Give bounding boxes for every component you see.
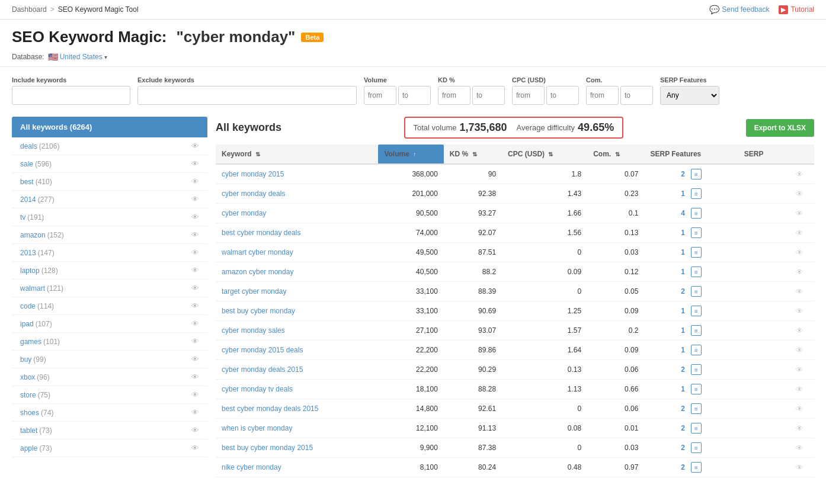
keyword-link[interactable]: best buy cyber monday 2015 <box>222 444 313 452</box>
serp-list-icon[interactable]: ≡ <box>691 188 702 199</box>
keyword-link[interactable]: cyber monday 2015 deals <box>222 346 303 354</box>
serp-count[interactable]: 2 <box>681 463 685 471</box>
include-keywords-input[interactable] <box>12 86 130 105</box>
row-eye-icon[interactable]: 👁 <box>796 346 803 355</box>
row-eye-icon[interactable]: 👁 <box>796 287 803 296</box>
row-eye-icon[interactable]: 👁 <box>796 307 803 316</box>
eye-icon[interactable]: 👁 <box>191 408 199 417</box>
eye-icon[interactable]: 👁 <box>191 177 199 186</box>
serp-count[interactable]: 1 <box>681 248 685 256</box>
row-eye-icon[interactable]: 👁 <box>796 463 803 472</box>
th-com[interactable]: Com. ⇅ <box>587 145 644 164</box>
send-feedback-button[interactable]: 💬 Send feedback <box>709 5 769 14</box>
serp-count[interactable]: 1 <box>681 346 685 354</box>
serp-count[interactable]: 1 <box>681 307 685 315</box>
sidebar-item[interactable]: deals (2106) 👁 <box>12 137 207 155</box>
sidebar-item[interactable]: best (410) 👁 <box>12 173 207 191</box>
eye-icon[interactable]: 👁 <box>191 373 199 381</box>
serp-list-icon[interactable]: ≡ <box>691 325 702 336</box>
sidebar-item[interactable]: games (101) 👁 <box>12 333 207 351</box>
serp-count[interactable]: 1 <box>681 268 685 276</box>
serp-count[interactable]: 1 <box>681 229 685 237</box>
row-eye-icon[interactable]: 👁 <box>796 190 803 198</box>
serp-list-icon[interactable]: ≡ <box>691 462 702 473</box>
serp-list-icon[interactable]: ≡ <box>691 247 702 258</box>
database-link[interactable]: 🇺🇸 United States ▾ <box>48 52 107 62</box>
keyword-link[interactable]: target cyber monday <box>222 287 286 296</box>
serp-count[interactable]: 2 <box>681 287 685 296</box>
keyword-link[interactable]: best buy cyber monday <box>222 307 295 315</box>
serp-list-icon[interactable]: ≡ <box>691 227 702 238</box>
keyword-link[interactable]: nike cyber monday <box>222 463 281 471</box>
eye-icon[interactable]: 👁 <box>191 248 199 257</box>
keyword-link[interactable]: cyber monday <box>222 209 266 217</box>
serp-count[interactable]: 4 <box>681 209 685 217</box>
eye-icon[interactable]: 👁 <box>191 444 199 452</box>
keyword-link[interactable]: amazon cyber monday <box>222 268 293 276</box>
serp-count[interactable]: 2 <box>681 365 685 374</box>
row-eye-icon[interactable]: 👁 <box>796 248 803 257</box>
breadcrumb-home[interactable]: Dashboard <box>12 5 47 14</box>
eye-icon[interactable]: 👁 <box>191 230 199 239</box>
row-eye-icon[interactable]: 👁 <box>796 326 803 335</box>
tutorial-button[interactable]: ▶ Tutorial <box>779 5 814 14</box>
serp-list-icon[interactable]: ≡ <box>691 286 702 297</box>
serp-count[interactable]: 2 <box>681 170 685 178</box>
serp-list-icon[interactable]: ≡ <box>691 208 702 219</box>
kd-from-input[interactable] <box>438 86 470 105</box>
sidebar-item[interactable]: code (114) 👁 <box>12 297 207 315</box>
eye-icon[interactable]: 👁 <box>191 213 199 221</box>
serp-list-icon[interactable]: ≡ <box>691 423 702 434</box>
keyword-link[interactable]: cyber monday deals <box>222 190 285 198</box>
row-eye-icon[interactable]: 👁 <box>796 209 803 218</box>
eye-icon[interactable]: 👁 <box>191 301 199 310</box>
keyword-link[interactable]: cyber monday sales <box>222 326 285 335</box>
sidebar-item[interactable]: store (75) 👁 <box>12 386 207 404</box>
row-eye-icon[interactable]: 👁 <box>796 268 803 277</box>
serp-list-icon[interactable]: ≡ <box>691 442 702 453</box>
keyword-link[interactable]: best cyber monday deals <box>222 229 300 237</box>
row-eye-icon[interactable]: 👁 <box>796 365 803 374</box>
export-button[interactable]: Export to XLSX <box>746 119 814 137</box>
sidebar-header[interactable]: All keywords (6264) <box>12 117 207 137</box>
sidebar-item[interactable]: tablet (73) 👁 <box>12 422 207 439</box>
row-eye-icon[interactable]: 👁 <box>796 229 803 237</box>
keyword-link[interactable]: cyber monday tv deals <box>222 385 293 393</box>
kd-to-input[interactable] <box>472 86 505 105</box>
th-kd[interactable]: KD % ⇅ <box>444 145 502 164</box>
serp-count[interactable]: 1 <box>681 326 685 335</box>
eye-icon[interactable]: 👁 <box>191 195 199 204</box>
sidebar-item[interactable]: buy (99) 👁 <box>12 351 207 368</box>
sidebar-item[interactable]: shoes (74) 👁 <box>12 404 207 422</box>
serp-count[interactable]: 2 <box>681 424 685 432</box>
eye-icon[interactable]: 👁 <box>191 337 199 346</box>
keyword-link[interactable]: cyber monday deals 2015 <box>222 365 303 374</box>
row-eye-icon[interactable]: 👁 <box>796 424 803 433</box>
eye-icon[interactable]: 👁 <box>191 159 199 168</box>
volume-to-input[interactable] <box>398 86 431 105</box>
sidebar-item[interactable]: xbox (96) 👁 <box>12 368 207 386</box>
serp-count[interactable]: 2 <box>681 444 685 452</box>
keyword-link[interactable]: when is cyber monday <box>222 424 292 432</box>
sidebar-item[interactable]: walmart (121) 👁 <box>12 280 207 297</box>
keyword-link[interactable]: walmart cyber monday <box>222 248 293 256</box>
sidebar-item[interactable]: amazon (152) 👁 <box>12 226 207 244</box>
com-from-input[interactable] <box>586 86 619 105</box>
sidebar-item[interactable]: laptop (128) 👁 <box>12 262 207 280</box>
sidebar-item[interactable]: 2014 (277) 👁 <box>12 191 207 208</box>
cpc-from-input[interactable] <box>512 86 545 105</box>
eye-icon[interactable]: 👁 <box>191 319 199 328</box>
serp-list-icon[interactable]: ≡ <box>691 364 702 375</box>
row-eye-icon[interactable]: 👁 <box>796 170 803 179</box>
eye-icon[interactable]: 👁 <box>191 355 199 364</box>
row-eye-icon[interactable]: 👁 <box>796 405 803 413</box>
sidebar-item[interactable]: tv (191) 👁 <box>12 208 207 226</box>
sidebar-item[interactable]: 2013 (147) 👁 <box>12 244 207 262</box>
exclude-keywords-input[interactable] <box>137 86 357 105</box>
keyword-link[interactable]: best cyber monday deals 2015 <box>222 405 318 413</box>
th-keyword[interactable]: Keyword ⇅ <box>216 145 378 164</box>
serp-count[interactable]: 1 <box>681 190 685 198</box>
serp-list-icon[interactable]: ≡ <box>691 403 702 414</box>
sidebar-item[interactable]: ipad (107) 👁 <box>12 315 207 333</box>
keyword-link[interactable]: cyber monday 2015 <box>222 170 284 178</box>
